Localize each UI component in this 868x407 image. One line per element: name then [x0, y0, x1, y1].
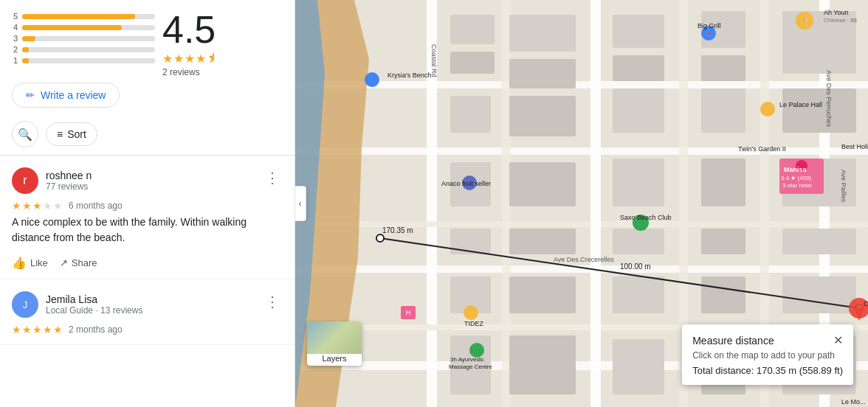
bar-fill [22, 58, 29, 63]
review-star-2: ★ [22, 324, 32, 335]
svg-text:Big Grill: Big Grill [698, 22, 721, 29]
svg-rect-24 [613, 88, 664, 133]
svg-rect-14 [450, 52, 495, 74]
review-stars: ★ ★ ★ ★ ★ [12, 324, 63, 335]
measure-title: Measure distance [692, 335, 774, 347]
svg-text:Ah Youn: Ah Youn [824, 9, 849, 16]
big-rating-number: 4.5 [162, 10, 218, 49]
svg-rect-34 [613, 229, 664, 254]
svg-text:Massage Centre: Massage Centre [449, 363, 492, 370]
svg-text:Camelia Complex: Camelia Complex [864, 300, 868, 307]
svg-rect-4 [295, 221, 868, 227]
review-star-4: ★ [43, 200, 52, 212]
star-2: ★ [173, 52, 184, 66]
svg-point-76 [469, 343, 484, 358]
svg-text:100.00 m: 100.00 m [620, 262, 651, 271]
share-button[interactable]: ↗ Share [60, 253, 97, 273]
svg-text:TIDEZ: TIDEZ [464, 320, 484, 327]
review-star-1: ★ [12, 200, 21, 212]
svg-rect-38 [509, 276, 576, 313]
reviewer-left: J Jemila Lisa Local Guide · 13 reviews [12, 291, 142, 318]
filter-bar: 🔍 ≡ Sort [0, 116, 294, 156]
svg-rect-20 [701, 55, 745, 81]
review-star-3: ★ [32, 200, 42, 212]
svg-text:Best Holiday Mauritius: Best Holiday Mauritius [841, 143, 868, 150]
star-3: ★ [185, 52, 195, 66]
rating-number: 1 [12, 56, 18, 65]
rating-row: 2 [12, 45, 283, 54]
svg-rect-13 [450, 15, 495, 44]
more-options-button[interactable]: ⋮ [262, 291, 283, 312]
review-star-1: ★ [12, 324, 21, 335]
rating-number: 4 [12, 23, 18, 32]
svg-text:Saxo Beach Club: Saxo Beach Club [620, 214, 672, 221]
search-reviews-button[interactable]: 🔍 [12, 121, 38, 147]
svg-text:Manisa: Manisa [784, 166, 807, 173]
reviewer-header: r roshnee n 77 reviews ⋮ [12, 167, 283, 194]
svg-text:Ave Pailles: Ave Pailles [840, 170, 847, 203]
reviewer-meta: 77 reviews [46, 181, 92, 192]
map-panel[interactable]: ‹ [295, 0, 868, 407]
bar-track [22, 36, 155, 41]
svg-text:170.35 m: 170.35 m [382, 226, 413, 234]
svg-rect-41 [782, 276, 856, 313]
collapse-panel-button[interactable]: ‹ [295, 186, 306, 221]
bar-fill [22, 47, 29, 52]
close-tooltip-button[interactable]: ✕ [833, 333, 843, 347]
svg-text:Coastal Rd: Coastal Rd [430, 44, 438, 77]
overall-stars: ★ ★ ★ ★ ⯨ [162, 52, 218, 66]
rating-number: 5 [12, 12, 18, 21]
svg-point-60 [760, 102, 775, 116]
svg-text:3-star hotel: 3-star hotel [782, 182, 812, 189]
bar-fill [22, 25, 122, 30]
reviewer-meta: Local Guide · 13 reviews [46, 305, 142, 316]
svg-text:Anaco fruit seller: Anaco fruit seller [441, 180, 491, 187]
svg-point-58 [365, 72, 379, 87]
review-star-5: ★ [53, 200, 63, 212]
share-label: Share [72, 257, 97, 268]
svg-rect-33 [509, 229, 576, 254]
svg-rect-17 [613, 15, 664, 48]
write-review-label: Write a review [41, 89, 106, 101]
svg-rect-43 [509, 335, 576, 394]
svg-rect-5 [295, 265, 868, 273]
star-1: ★ [162, 52, 173, 66]
svg-text:📍: 📍 [705, 30, 712, 38]
svg-rect-16 [509, 59, 576, 88]
reviews-count: 2 reviews [162, 67, 218, 77]
svg-rect-29 [613, 159, 664, 206]
like-button[interactable]: 👍 Like [12, 253, 48, 273]
review-star-3: ★ [32, 324, 42, 335]
reviewer-header: J Jemila Lisa Local Guide · 13 reviews ⋮ [12, 291, 283, 318]
svg-rect-18 [613, 55, 664, 81]
reviews-panel: 5 4 3 2 [0, 0, 295, 407]
svg-text:3.4 ★ (459): 3.4 ★ (459) [781, 175, 812, 181]
layers-button[interactable]: Layers [307, 321, 362, 366]
reviewer-left: r roshnee n 77 reviews [12, 167, 92, 194]
measure-distance-tooltip: Measure distance ✕ Click on the map to a… [682, 324, 853, 385]
chevron-left-icon: ‹ [299, 198, 302, 209]
svg-rect-2 [295, 81, 868, 88]
sort-button[interactable]: ≡ Sort [46, 122, 97, 146]
review-text: A nice complex to be with the family. Wi… [12, 215, 283, 246]
write-review-button[interactable]: ✏ Write a review [12, 83, 120, 108]
reviewer-name: roshnee n [46, 170, 92, 181]
share-icon: ↗ [60, 257, 68, 268]
like-label: Like [30, 257, 48, 268]
svg-rect-40 [701, 276, 745, 313]
ratings-section: 5 4 3 2 [0, 0, 294, 77]
rating-row: 5 [12, 12, 283, 21]
svg-point-74 [464, 305, 478, 320]
review-date: 6 months ago [69, 201, 123, 211]
total-label: Total distance: [692, 365, 754, 376]
svg-text:Chinese · $$: Chinese · $$ [824, 17, 857, 24]
svg-text:Krysia's Bench: Krysia's Bench [388, 72, 431, 79]
svg-text:3h Ayurvedic: 3h Ayurvedic [450, 356, 484, 363]
sort-icon: ≡ [57, 128, 63, 140]
svg-rect-22 [450, 96, 491, 133]
reviews-list: r roshnee n 77 reviews ⋮ ★ ★ ★ ★ ★ 6 mon… [0, 156, 294, 357]
svg-text:Twin's Garden II: Twin's Garden II [738, 145, 786, 153]
more-options-button[interactable]: ⋮ [262, 167, 283, 188]
svg-rect-39 [613, 276, 664, 313]
measure-total: Total distance: 170.35 m (558.89 ft) [692, 365, 843, 376]
